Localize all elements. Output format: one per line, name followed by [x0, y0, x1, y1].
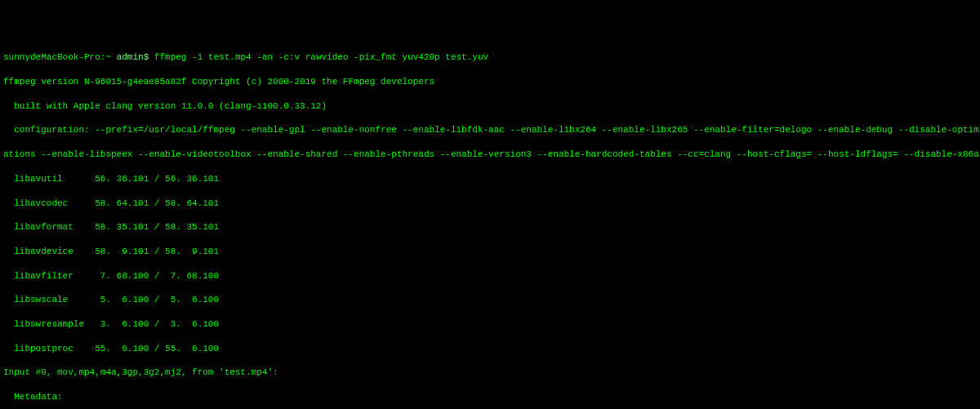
lib-line: libavutil 56. 36.101 / 56. 36.101 — [3, 173, 977, 185]
input-header: Input #0, mov,mp4,m4a,3gp,3g2,mj2, from … — [3, 367, 977, 379]
metadata-label: Metadata: — [3, 391, 977, 403]
prompt-line[interactable]: sunnydeMacBook-Pro:~ admin$ ffmpeg -i te… — [3, 51, 977, 64]
prompt-user: admin$ — [117, 52, 149, 62]
lib-line: libavcodec 58. 64.101 / 58. 64.101 — [3, 198, 977, 210]
prompt-host: sunnydeMacBook-Pro:~ — [3, 52, 111, 62]
lib-line: libavdevice 58. 9.101 / 58. 9.101 — [3, 246, 977, 258]
lib-line: libavformat 58. 35.101 / 58. 35.101 — [3, 221, 977, 233]
lib-line: libswresample 3. 6.100 / 3. 6.100 — [3, 318, 977, 331]
lib-line: libpostproc 55. 6.100 / 55. 6.100 — [3, 343, 977, 355]
lib-line: libavfilter 7. 68.100 / 7. 68.100 — [3, 270, 977, 282]
built-line: built with Apple clang version 11.0.0 (c… — [3, 100, 977, 113]
lib-line: libswscale 5. 6.100 / 5. 6.100 — [3, 294, 977, 306]
command-text: ffmpeg -i test.mp4 -an -c:v rawvideo -pi… — [154, 52, 488, 62]
version-line: ffmpeg version N-96015-g4eae85a82f Copyr… — [3, 76, 977, 88]
config-line-1: configuration: --prefix=/usr/local/ffmpe… — [3, 124, 977, 136]
config-line-2: ations --enable-libspeex --enable-videot… — [3, 149, 977, 161]
